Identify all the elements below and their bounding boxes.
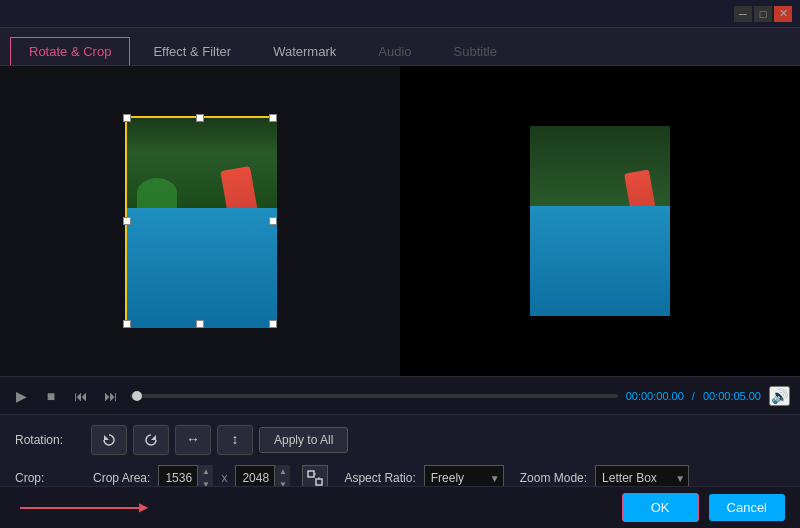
timeline-total-time: 00:00:05.00 <box>703 390 761 402</box>
crop-handle-top-left[interactable] <box>123 114 131 122</box>
play-button[interactable]: ▶ <box>10 385 32 407</box>
flip-vertical-button[interactable]: ↕ <box>217 425 253 455</box>
timeline-current-time: 00:00:00.00 <box>626 390 684 402</box>
bottom-bar: OK Cancel <box>0 486 800 528</box>
tab-rotate-crop[interactable]: Rotate & Crop <box>10 37 130 65</box>
cancel-button[interactable]: Cancel <box>709 494 785 521</box>
title-bar: ─ □ ✕ <box>0 0 800 28</box>
crop-frame[interactable] <box>125 116 275 326</box>
preview-image-left <box>127 118 277 328</box>
volume-button[interactable]: 🔊 <box>769 386 790 406</box>
tab-audio: Audio <box>359 37 430 65</box>
svg-text:↕: ↕ <box>232 431 239 447</box>
close-button[interactable]: ✕ <box>774 6 792 22</box>
stop-button[interactable]: ■ <box>40 385 62 407</box>
timeline-separator: / <box>692 390 695 402</box>
crop-handle-mid-right[interactable] <box>269 217 277 225</box>
water-right <box>530 206 670 316</box>
preview-area: Original: 1536x2048 👁 1.jpg Output: 1280… <box>0 66 800 376</box>
preview-image-right <box>530 126 670 316</box>
crop-handle-bottom-mid[interactable] <box>196 320 204 328</box>
svg-marker-1 <box>151 435 156 440</box>
tab-watermark[interactable]: Watermark <box>254 37 355 65</box>
svg-rect-4 <box>308 471 314 477</box>
tab-effect-filter[interactable]: Effect & Filter <box>134 37 250 65</box>
timeline: ▶ ■ ⏮ ⏭ 00:00:00.00 / 00:00:05.00 🔊 <box>0 376 800 414</box>
skip-forward-button[interactable]: ⏭ <box>100 385 122 407</box>
rotate-left-button[interactable] <box>91 425 127 455</box>
ok-button[interactable]: OK <box>622 493 699 522</box>
flip-horizontal-button[interactable]: ↔ <box>175 425 211 455</box>
umbrella-left <box>137 178 177 208</box>
crop-handle-bottom-left[interactable] <box>123 320 131 328</box>
timeline-thumb[interactable] <box>132 391 142 401</box>
crop-handle-top-right[interactable] <box>269 114 277 122</box>
aspect-ratio-label: Aspect Ratio: <box>344 471 415 485</box>
crop-height-up[interactable]: ▲ <box>274 465 290 478</box>
crop-handle-top-mid[interactable] <box>196 114 204 122</box>
arrow-decoration <box>0 507 612 509</box>
minimize-button[interactable]: ─ <box>734 6 752 22</box>
skip-back-button[interactable]: ⏮ <box>70 385 92 407</box>
crop-area-label: Crop Area: <box>93 471 150 485</box>
arrow-line <box>20 507 140 509</box>
timeline-track[interactable] <box>130 394 618 398</box>
rotate-right-button[interactable] <box>133 425 169 455</box>
apply-to-all-button[interactable]: Apply to All <box>259 427 348 453</box>
crop-label: Crop: <box>15 471 85 485</box>
rotation-label: Rotation: <box>15 433 85 447</box>
svg-rect-5 <box>316 479 322 485</box>
svg-marker-0 <box>104 435 109 440</box>
zoom-mode-label: Zoom Mode: <box>520 471 587 485</box>
maximize-button[interactable]: □ <box>754 6 772 22</box>
crop-handle-bottom-right[interactable] <box>269 320 277 328</box>
water-left <box>127 208 277 328</box>
crop-handle-mid-left[interactable] <box>123 217 131 225</box>
tab-bar: Rotate & Crop Effect & Filter Watermark … <box>0 28 800 66</box>
canvas-right <box>400 66 800 376</box>
crop-width-up[interactable]: ▲ <box>197 465 213 478</box>
tab-subtitle: Subtitle <box>435 37 516 65</box>
rotation-row: Rotation: ↔ ↕ Apply to All <box>15 425 785 455</box>
canvas-left <box>0 66 400 376</box>
x-separator: x <box>221 471 227 485</box>
svg-text:↔: ↔ <box>186 431 200 447</box>
